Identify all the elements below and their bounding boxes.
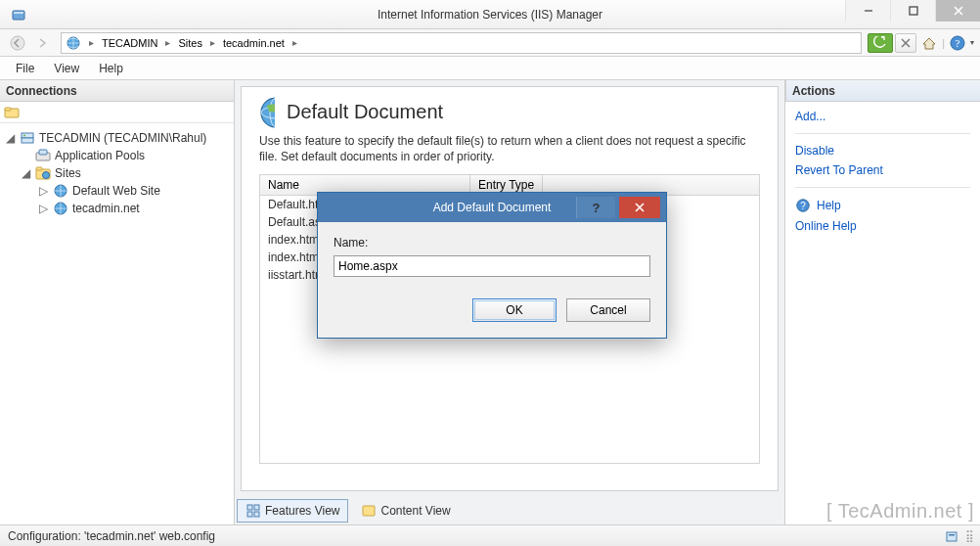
svg-rect-31 <box>254 512 259 517</box>
svg-rect-14 <box>5 108 11 111</box>
svg-rect-30 <box>247 512 252 517</box>
connections-tree: ◢ TECADMIN (TECADMIN\Rahul) Application … <box>0 123 234 524</box>
folder-open-icon[interactable] <box>4 105 20 120</box>
dialog-name-label: Name: <box>334 236 650 250</box>
actions-panel: Actions Add... Disable Revert To Parent … <box>784 80 980 524</box>
features-view-icon <box>245 503 261 519</box>
svg-rect-35 <box>947 532 957 541</box>
svg-rect-1 <box>14 12 23 14</box>
minimize-button[interactable] <box>845 0 890 22</box>
action-disable[interactable]: Disable <box>795 144 970 158</box>
separator <box>795 187 970 188</box>
chevron-right-icon: ▸ <box>206 37 219 48</box>
separator: | <box>942 37 945 49</box>
add-default-document-dialog: Add Default Document ? Name: OK Cancel <box>317 192 667 339</box>
dialog-close-button[interactable] <box>619 197 660 218</box>
breadcrumb-leaf[interactable]: tecadmin.net <box>223 37 285 49</box>
refresh-button[interactable] <box>868 33 893 53</box>
tree-site-default[interactable]: ▷ Default Web Site <box>4 182 230 200</box>
tree-app-pools-label: Application Pools <box>55 149 145 162</box>
tree-sites-label: Sites <box>55 166 81 180</box>
svg-line-5 <box>955 7 962 15</box>
tree-site-tecadmin-label: tecadmin.net <box>72 202 140 215</box>
tree-app-pools[interactable]: Application Pools <box>4 147 230 164</box>
address-bar: ▸ TECADMIN ▸ Sites ▸ tecadmin.net ▸ | ? … <box>0 29 980 57</box>
sites-folder-icon <box>35 165 51 181</box>
action-help-label: Help <box>817 199 841 212</box>
connections-toolbar <box>0 102 234 123</box>
svg-rect-16 <box>22 138 33 143</box>
connections-panel: Connections ◢ TECADMIN (TECADMIN\Rahul) … <box>0 80 235 524</box>
svg-point-22 <box>43 172 50 179</box>
tree-site-default-label: Default Web Site <box>72 184 160 198</box>
home-button[interactable] <box>918 33 940 53</box>
action-add[interactable]: Add... <box>795 110 970 123</box>
actions-header: Actions <box>785 80 980 102</box>
expand-icon[interactable]: ▷ <box>37 202 49 215</box>
dropdown-icon[interactable]: ▾ <box>970 38 974 47</box>
menu-file[interactable]: File <box>16 62 34 75</box>
svg-point-17 <box>23 135 25 137</box>
tab-content-label: Content View <box>380 504 450 518</box>
feature-title: Default Document <box>287 101 443 123</box>
cancel-button[interactable]: Cancel <box>566 298 650 322</box>
back-button[interactable] <box>6 32 29 54</box>
globe-icon <box>53 201 68 216</box>
close-button[interactable] <box>935 0 980 22</box>
tab-content-view[interactable]: Content View <box>352 499 459 523</box>
status-text: Configuration: 'tecadmin.net' web.config <box>8 529 215 543</box>
menu-bar: File View Help <box>0 57 980 80</box>
globe-icon <box>53 183 68 199</box>
tree-sites-node[interactable]: ◢ Sites <box>4 164 230 182</box>
globe-large-icon <box>259 105 275 120</box>
server-icon <box>20 130 35 146</box>
svg-rect-21 <box>36 167 42 170</box>
tree-site-tecadmin[interactable]: ▷ tecadmin.net <box>4 200 230 217</box>
chevron-right-icon: ▸ <box>289 37 301 48</box>
collapse-icon[interactable]: ◢ <box>4 131 16 145</box>
tree-server-node[interactable]: ◢ TECADMIN (TECADMIN\Rahul) <box>4 129 230 147</box>
menu-help[interactable]: Help <box>99 62 123 75</box>
action-help[interactable]: ? Help <box>795 198 970 213</box>
svg-text:?: ? <box>800 201 806 211</box>
content-view-icon <box>361 503 377 519</box>
toolbar-help-button[interactable]: ? <box>947 33 968 53</box>
maximize-button[interactable] <box>890 0 935 22</box>
svg-rect-36 <box>949 534 955 536</box>
connections-header: Connections <box>0 80 234 102</box>
forward-button[interactable] <box>31 32 55 54</box>
breadcrumb-sites[interactable]: Sites <box>178 37 201 49</box>
expand-icon[interactable]: ▷ <box>37 184 49 198</box>
svg-rect-32 <box>363 506 375 516</box>
chevron-right-icon: ▸ <box>85 37 98 48</box>
resize-grip-icon[interactable]: ⣿ <box>965 529 972 543</box>
breadcrumb-server[interactable]: TECADMIN <box>102 37 157 49</box>
collapse-icon[interactable]: ◢ <box>20 166 31 180</box>
ok-button[interactable]: OK <box>472 298 557 322</box>
svg-rect-29 <box>254 505 259 510</box>
status-icon[interactable] <box>944 528 959 544</box>
breadcrumb-box[interactable]: ▸ TECADMIN ▸ Sites ▸ tecadmin.net ▸ <box>61 32 862 54</box>
feature-description: Use this feature to specify the default … <box>259 133 760 164</box>
svg-point-6 <box>11 36 24 50</box>
stop-button[interactable] <box>895 33 916 53</box>
help-icon: ? <box>795 198 811 213</box>
tab-features-label: Features View <box>265 504 339 518</box>
svg-marker-10 <box>923 38 935 49</box>
globe-icon <box>66 35 81 51</box>
action-online-help[interactable]: Online Help <box>795 219 970 233</box>
svg-rect-28 <box>247 505 252 510</box>
app-pools-icon <box>35 148 51 163</box>
tab-features-view[interactable]: Features View <box>237 499 348 523</box>
view-tabs: Features View Content View <box>235 497 784 524</box>
dialog-help-button[interactable]: ? <box>576 197 615 218</box>
svg-rect-3 <box>910 7 917 15</box>
action-revert[interactable]: Revert To Parent <box>795 163 970 177</box>
chevron-right-icon: ▸ <box>161 37 174 48</box>
title-bar: Internet Information Services (IIS) Mana… <box>0 0 980 29</box>
menu-view[interactable]: View <box>54 62 79 75</box>
dialog-title-bar[interactable]: Add Default Document ? <box>318 193 666 222</box>
dialog-name-input[interactable] <box>334 255 650 277</box>
svg-point-25 <box>261 98 275 127</box>
window-title: Internet Information Services (IIS) Mana… <box>378 8 602 22</box>
